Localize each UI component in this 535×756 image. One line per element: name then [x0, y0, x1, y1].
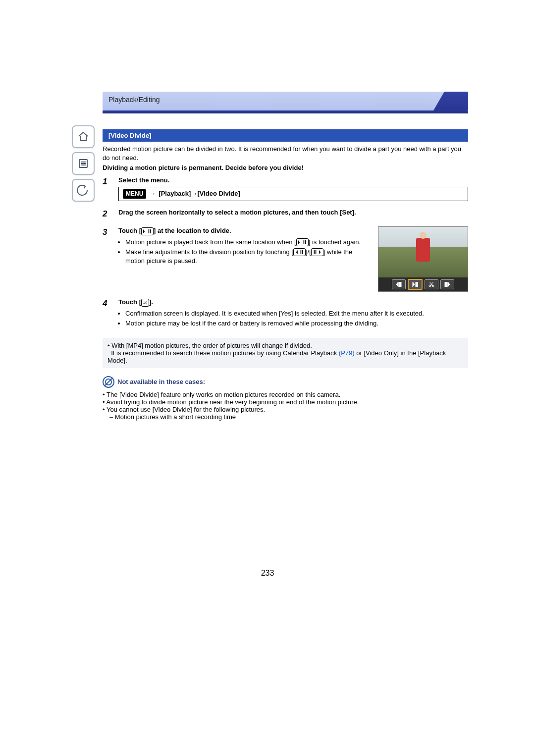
menu-arrow-icon: →	[149, 189, 156, 198]
note-line-1: With [MP4] motion pictures, the order of…	[111, 342, 312, 349]
svg-rect-11	[301, 250, 302, 254]
svg-rect-5	[149, 229, 150, 233]
svg-line-31	[144, 301, 147, 304]
svg-marker-15	[319, 250, 321, 254]
svg-rect-26	[445, 282, 446, 287]
svg-marker-28	[448, 282, 450, 287]
svg-rect-17	[399, 282, 400, 287]
step-4-bullet-2: Motion picture may be lost if the card o…	[125, 319, 468, 328]
na-item-1: The [Video Divide] feature only works on…	[107, 391, 340, 398]
menu-tag: MENU	[123, 189, 146, 199]
svg-rect-12	[302, 250, 303, 254]
play-pause-icon	[141, 227, 154, 235]
step-number: 2	[103, 208, 113, 220]
not-available-section: Not available in these cases: • The [Vid…	[103, 376, 468, 421]
play-pause-icon	[296, 238, 309, 246]
step-number: 1	[103, 176, 113, 201]
svg-rect-13	[314, 250, 315, 254]
na-item-2: Avoid trying to divide motion picture ne…	[106, 398, 359, 406]
step-4: Touch []. Confirmation screen is display…	[118, 298, 468, 329]
step-1-title: Select the menu.	[118, 176, 169, 184]
playback-controls-illustration	[378, 277, 468, 291]
intro-block: Recorded motion picture can be divided i…	[103, 145, 468, 329]
page-link-p79[interactable]: (P79)	[339, 349, 355, 357]
step-3-title-b: ] at the location to divide.	[154, 227, 231, 234]
step-3: Touch [] at the location to divide. Moti…	[118, 226, 468, 291]
step-4-title-b: ].	[149, 298, 153, 306]
svg-rect-27	[446, 282, 447, 287]
svg-marker-16	[396, 282, 398, 287]
page-number: 233	[0, 569, 535, 578]
step-number: 4	[103, 298, 113, 329]
frame-back-icon	[392, 279, 406, 289]
svg-line-32	[144, 301, 146, 304]
svg-marker-10	[296, 250, 298, 254]
not-available-title: Not available in these cases:	[117, 378, 205, 385]
svg-rect-20	[416, 282, 417, 287]
svg-rect-14	[316, 250, 317, 254]
svg-line-24	[430, 282, 433, 286]
svg-rect-8	[303, 240, 304, 244]
breadcrumb-text: Playback/Editing	[108, 96, 160, 104]
svg-rect-21	[417, 282, 418, 287]
frame-back-icon	[293, 248, 306, 256]
steps-list: 1 Select the menu. MENU → [Playback]→[Vi…	[103, 176, 468, 329]
play-pause-icon	[408, 279, 423, 290]
step-3-bullet-1: Motion picture is played back from the s…	[125, 238, 372, 247]
step-4-bullet-1: Confirmation screen is displayed. It is …	[125, 309, 468, 318]
example-screenshot	[378, 226, 468, 292]
step-2-title: Drag the screen horizontally to select a…	[118, 209, 356, 216]
prohibited-icon	[103, 376, 114, 388]
step-number: 3	[103, 226, 113, 291]
svg-rect-18	[400, 282, 401, 287]
svg-line-25	[429, 282, 433, 286]
menu-path-text: [Playback]→[Video Divide]	[159, 189, 240, 198]
svg-marker-19	[413, 282, 415, 287]
breadcrumb: Playback/Editing	[103, 92, 468, 110]
step-3-bullet-2: Make fine adjustments to the division po…	[125, 248, 372, 266]
na-item-3: You cannot use [Video Divide] for the fo…	[107, 406, 265, 413]
note-box: • With [MP4] motion pictures, the order …	[103, 338, 468, 368]
menu-path-box: MENU → [Playback]→[Video Divide]	[118, 187, 468, 201]
svg-rect-6	[150, 229, 151, 233]
step-2: Drag the screen horizontally to select a…	[118, 208, 468, 220]
svg-marker-4	[143, 229, 145, 233]
svg-rect-9	[305, 240, 306, 244]
page-content: Playback/Editing [Video Divide] Recorded…	[72, 92, 468, 421]
step-3-title-a: Touch [	[118, 227, 141, 234]
intro-text: Recorded motion picture can be divided i…	[103, 145, 468, 162]
intro-warning: Dividing a motion picture is permanent. …	[103, 163, 468, 172]
frame-forward-icon	[311, 248, 323, 256]
frame-forward-icon	[440, 279, 454, 289]
note-line-2a: It is recommended to search these motion…	[111, 349, 339, 357]
step-1: Select the menu. MENU → [Playback]→[Vide…	[118, 176, 468, 201]
na-item-3a: Motion pictures with a short recording t…	[115, 413, 236, 421]
section-title: [Video Divide]	[103, 129, 468, 142]
cut-icon	[425, 279, 438, 289]
header-accent	[103, 110, 468, 113]
step-4-title-a: Touch [	[118, 298, 141, 306]
scissors-icon	[141, 299, 149, 307]
svg-marker-7	[298, 240, 300, 244]
